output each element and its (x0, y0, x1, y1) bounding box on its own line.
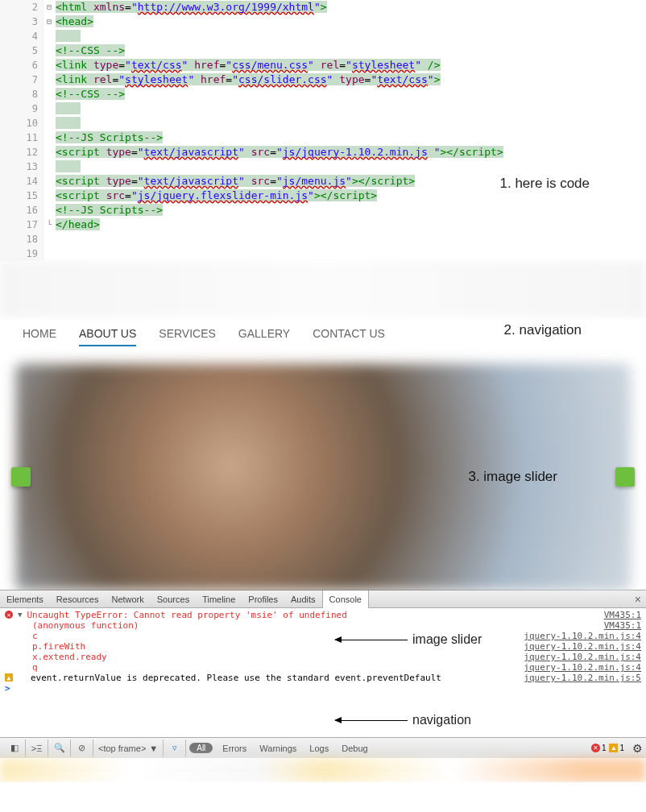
code-content[interactable]: <html xmlns="http://www.w3.org/1999/xhtm… (54, 0, 646, 261)
arrow-annotation-nav: navigation (335, 713, 471, 727)
source-link[interactable]: VM435:1 (604, 620, 641, 631)
arrow-annotation-slider: image slider (335, 632, 482, 647)
source-link[interactable]: jquery-1.10.2.min.js:5 (524, 673, 641, 683)
stack-frame: (anonymous function) (32, 620, 139, 631)
line-gutter: 2345678910111213141516171819 (0, 0, 44, 261)
nav-about[interactable]: ABOUT US (79, 327, 136, 346)
filter-button[interactable]: ▿ (164, 740, 186, 757)
disclosure-icon[interactable]: ▼ (18, 610, 22, 620)
console-prompt[interactable]: > (5, 683, 10, 694)
devtools-tabbar: Elements Resources Network Sources Timel… (0, 590, 646, 608)
filter-errors[interactable]: Errors (216, 744, 253, 753)
filter-logs[interactable]: Logs (303, 744, 335, 753)
source-link[interactable]: jquery-1.10.2.min.js:4 (524, 631, 641, 641)
frame-selector[interactable]: <top frame> ▼ (93, 740, 164, 757)
tab-network[interactable]: Network (105, 590, 150, 608)
tab-elements[interactable]: Elements (0, 590, 50, 608)
blurred-region (0, 261, 646, 317)
tab-profiles[interactable]: Profiles (242, 590, 284, 608)
annotation-nav: 2. navigation (504, 322, 582, 338)
clear-button[interactable]: ⊘ (71, 740, 93, 757)
stack-frame: q (32, 662, 38, 673)
nav-home[interactable]: HOME (23, 327, 56, 346)
error-icon: ✕ (5, 611, 13, 619)
devtools-close-button[interactable]: × (635, 593, 641, 606)
tab-resources[interactable]: Resources (50, 590, 106, 608)
slider-prev-button[interactable] (11, 467, 31, 487)
stack-frame: c (32, 631, 38, 641)
source-link[interactable]: VM435:1 (604, 610, 641, 620)
source-link[interactable]: jquery-1.10.2.min.js:4 (524, 662, 641, 673)
warning-icon: ▲ (5, 673, 13, 682)
devtools-panel: Elements Resources Network Sources Timel… (0, 590, 646, 758)
tab-sources[interactable]: Sources (151, 590, 196, 608)
tab-audits[interactable]: Audits (284, 590, 322, 608)
source-link[interactable]: jquery-1.10.2.min.js:4 (524, 652, 641, 662)
devtools-footer: ◧ >Ξ 🔍 ⊘ <top frame> ▼ ▿ All Errors Warn… (0, 737, 646, 758)
error-count[interactable]: ✕1 (591, 744, 607, 752)
stack-frame: x.extend.ready (32, 652, 107, 662)
settings-gear-icon[interactable]: ⚙ (632, 742, 643, 755)
console-drawer-button[interactable]: >Ξ (26, 740, 48, 757)
filter-all[interactable]: All (189, 743, 213, 753)
tab-console[interactable]: Console (322, 590, 369, 608)
source-link[interactable]: jquery-1.10.2.min.js:4 (524, 641, 641, 652)
code-editor: 2345678910111213141516171819 ⊟⊟└ <html x… (0, 0, 646, 261)
console-output[interactable]: ✕ ▼ Uncaught TypeError: Cannot read prop… (0, 608, 646, 737)
tab-timeline[interactable]: Timeline (196, 590, 242, 608)
fold-column[interactable]: ⊟⊟└ (44, 0, 54, 261)
filter-warnings[interactable]: Warnings (253, 744, 303, 753)
search-button[interactable]: 🔍 (48, 740, 71, 757)
image-slider[interactable]: 3. image slider (16, 364, 630, 590)
annotation-slider: 3. image slider (468, 469, 557, 485)
nav-services[interactable]: SERVICES (159, 327, 216, 346)
dock-button[interactable]: ◧ (3, 740, 26, 757)
nav-contact[interactable]: CONTACT US (313, 327, 385, 346)
annotation-code: 1. here is code (499, 176, 590, 192)
error-message: Uncaught TypeError: Cannot read property… (27, 610, 346, 620)
warning-message: event.returnValue is deprecated. Please … (31, 673, 441, 683)
slider-next-button[interactable] (615, 467, 635, 487)
nav-gallery[interactable]: GALLERY (238, 327, 290, 346)
stack-frame: p.fireWith (32, 641, 85, 652)
warning-count[interactable]: ▲1 (609, 744, 624, 752)
filter-debug[interactable]: Debug (335, 744, 374, 753)
blurred-region-bottom (0, 758, 646, 782)
